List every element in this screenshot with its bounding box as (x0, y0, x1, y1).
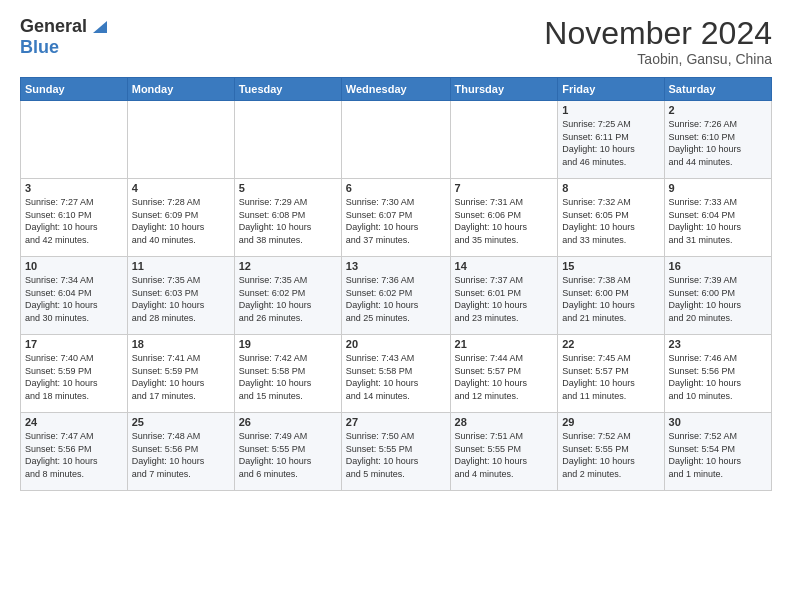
day-info: Sunrise: 7:46 AMSunset: 5:56 PMDaylight:… (669, 352, 767, 402)
header-wednesday: Wednesday (341, 78, 450, 101)
day-info: Sunrise: 7:45 AMSunset: 5:57 PMDaylight:… (562, 352, 659, 402)
day-info: Sunrise: 7:40 AMSunset: 5:59 PMDaylight:… (25, 352, 123, 402)
table-row: 18Sunrise: 7:41 AMSunset: 5:59 PMDayligh… (127, 335, 234, 413)
day-info: Sunrise: 7:39 AMSunset: 6:00 PMDaylight:… (669, 274, 767, 324)
day-info: Sunrise: 7:36 AMSunset: 6:02 PMDaylight:… (346, 274, 446, 324)
day-info: Sunrise: 7:42 AMSunset: 5:58 PMDaylight:… (239, 352, 337, 402)
calendar-week-row: 17Sunrise: 7:40 AMSunset: 5:59 PMDayligh… (21, 335, 772, 413)
table-row: 8Sunrise: 7:32 AMSunset: 6:05 PMDaylight… (558, 179, 664, 257)
table-row (341, 101, 450, 179)
day-number: 8 (562, 182, 659, 194)
table-row: 3Sunrise: 7:27 AMSunset: 6:10 PMDaylight… (21, 179, 128, 257)
table-row: 5Sunrise: 7:29 AMSunset: 6:08 PMDaylight… (234, 179, 341, 257)
table-row: 13Sunrise: 7:36 AMSunset: 6:02 PMDayligh… (341, 257, 450, 335)
day-info: Sunrise: 7:48 AMSunset: 5:56 PMDaylight:… (132, 430, 230, 480)
table-row: 4Sunrise: 7:28 AMSunset: 6:09 PMDaylight… (127, 179, 234, 257)
day-number: 28 (455, 416, 554, 428)
day-number: 6 (346, 182, 446, 194)
logo-triangle-icon (89, 17, 107, 35)
header-friday: Friday (558, 78, 664, 101)
table-row: 9Sunrise: 7:33 AMSunset: 6:04 PMDaylight… (664, 179, 771, 257)
table-row (234, 101, 341, 179)
day-number: 10 (25, 260, 123, 272)
table-row: 12Sunrise: 7:35 AMSunset: 6:02 PMDayligh… (234, 257, 341, 335)
table-row: 11Sunrise: 7:35 AMSunset: 6:03 PMDayligh… (127, 257, 234, 335)
logo-general-text: General (20, 16, 87, 37)
day-info: Sunrise: 7:31 AMSunset: 6:06 PMDaylight:… (455, 196, 554, 246)
day-info: Sunrise: 7:30 AMSunset: 6:07 PMDaylight:… (346, 196, 446, 246)
table-row: 23Sunrise: 7:46 AMSunset: 5:56 PMDayligh… (664, 335, 771, 413)
day-info: Sunrise: 7:32 AMSunset: 6:05 PMDaylight:… (562, 196, 659, 246)
table-row: 17Sunrise: 7:40 AMSunset: 5:59 PMDayligh… (21, 335, 128, 413)
day-number: 14 (455, 260, 554, 272)
table-row: 28Sunrise: 7:51 AMSunset: 5:55 PMDayligh… (450, 413, 558, 491)
day-info: Sunrise: 7:25 AMSunset: 6:11 PMDaylight:… (562, 118, 659, 168)
svg-marker-0 (93, 21, 107, 33)
table-row: 19Sunrise: 7:42 AMSunset: 5:58 PMDayligh… (234, 335, 341, 413)
calendar-week-row: 24Sunrise: 7:47 AMSunset: 5:56 PMDayligh… (21, 413, 772, 491)
day-number: 23 (669, 338, 767, 350)
table-row (450, 101, 558, 179)
day-info: Sunrise: 7:49 AMSunset: 5:55 PMDaylight:… (239, 430, 337, 480)
day-number: 5 (239, 182, 337, 194)
day-number: 25 (132, 416, 230, 428)
table-row: 21Sunrise: 7:44 AMSunset: 5:57 PMDayligh… (450, 335, 558, 413)
table-row: 30Sunrise: 7:52 AMSunset: 5:54 PMDayligh… (664, 413, 771, 491)
day-info: Sunrise: 7:26 AMSunset: 6:10 PMDaylight:… (669, 118, 767, 168)
table-row: 2Sunrise: 7:26 AMSunset: 6:10 PMDaylight… (664, 101, 771, 179)
table-row: 16Sunrise: 7:39 AMSunset: 6:00 PMDayligh… (664, 257, 771, 335)
day-info: Sunrise: 7:37 AMSunset: 6:01 PMDaylight:… (455, 274, 554, 324)
table-row: 27Sunrise: 7:50 AMSunset: 5:55 PMDayligh… (341, 413, 450, 491)
day-number: 16 (669, 260, 767, 272)
day-info: Sunrise: 7:44 AMSunset: 5:57 PMDaylight:… (455, 352, 554, 402)
day-number: 19 (239, 338, 337, 350)
day-info: Sunrise: 7:43 AMSunset: 5:58 PMDaylight:… (346, 352, 446, 402)
day-number: 7 (455, 182, 554, 194)
header-saturday: Saturday (664, 78, 771, 101)
day-info: Sunrise: 7:50 AMSunset: 5:55 PMDaylight:… (346, 430, 446, 480)
day-number: 1 (562, 104, 659, 116)
logo-blue-text: Blue (20, 37, 59, 58)
day-number: 4 (132, 182, 230, 194)
day-info: Sunrise: 7:41 AMSunset: 5:59 PMDaylight:… (132, 352, 230, 402)
header-tuesday: Tuesday (234, 78, 341, 101)
table-row: 25Sunrise: 7:48 AMSunset: 5:56 PMDayligh… (127, 413, 234, 491)
table-row: 1Sunrise: 7:25 AMSunset: 6:11 PMDaylight… (558, 101, 664, 179)
table-row: 26Sunrise: 7:49 AMSunset: 5:55 PMDayligh… (234, 413, 341, 491)
day-info: Sunrise: 7:35 AMSunset: 6:02 PMDaylight:… (239, 274, 337, 324)
day-number: 29 (562, 416, 659, 428)
header: General Blue November 2024 Taobin, Gansu… (20, 16, 772, 67)
day-number: 22 (562, 338, 659, 350)
day-info: Sunrise: 7:28 AMSunset: 6:09 PMDaylight:… (132, 196, 230, 246)
table-row: 15Sunrise: 7:38 AMSunset: 6:00 PMDayligh… (558, 257, 664, 335)
day-number: 26 (239, 416, 337, 428)
table-row: 20Sunrise: 7:43 AMSunset: 5:58 PMDayligh… (341, 335, 450, 413)
title-area: November 2024 Taobin, Gansu, China (544, 16, 772, 67)
day-info: Sunrise: 7:38 AMSunset: 6:00 PMDaylight:… (562, 274, 659, 324)
table-row: 6Sunrise: 7:30 AMSunset: 6:07 PMDaylight… (341, 179, 450, 257)
day-number: 13 (346, 260, 446, 272)
page-subtitle: Taobin, Gansu, China (544, 51, 772, 67)
calendar-header-row: Sunday Monday Tuesday Wednesday Thursday… (21, 78, 772, 101)
table-row: 22Sunrise: 7:45 AMSunset: 5:57 PMDayligh… (558, 335, 664, 413)
day-number: 9 (669, 182, 767, 194)
header-monday: Monday (127, 78, 234, 101)
table-row (127, 101, 234, 179)
page: General Blue November 2024 Taobin, Gansu… (0, 0, 792, 612)
day-number: 12 (239, 260, 337, 272)
day-number: 27 (346, 416, 446, 428)
calendar-week-row: 1Sunrise: 7:25 AMSunset: 6:11 PMDaylight… (21, 101, 772, 179)
table-row (21, 101, 128, 179)
day-number: 15 (562, 260, 659, 272)
day-info: Sunrise: 7:35 AMSunset: 6:03 PMDaylight:… (132, 274, 230, 324)
calendar-week-row: 3Sunrise: 7:27 AMSunset: 6:10 PMDaylight… (21, 179, 772, 257)
day-info: Sunrise: 7:52 AMSunset: 5:54 PMDaylight:… (669, 430, 767, 480)
table-row: 10Sunrise: 7:34 AMSunset: 6:04 PMDayligh… (21, 257, 128, 335)
day-info: Sunrise: 7:47 AMSunset: 5:56 PMDaylight:… (25, 430, 123, 480)
day-number: 3 (25, 182, 123, 194)
logo: General Blue (20, 16, 107, 58)
day-number: 24 (25, 416, 123, 428)
day-number: 20 (346, 338, 446, 350)
table-row: 14Sunrise: 7:37 AMSunset: 6:01 PMDayligh… (450, 257, 558, 335)
day-info: Sunrise: 7:52 AMSunset: 5:55 PMDaylight:… (562, 430, 659, 480)
